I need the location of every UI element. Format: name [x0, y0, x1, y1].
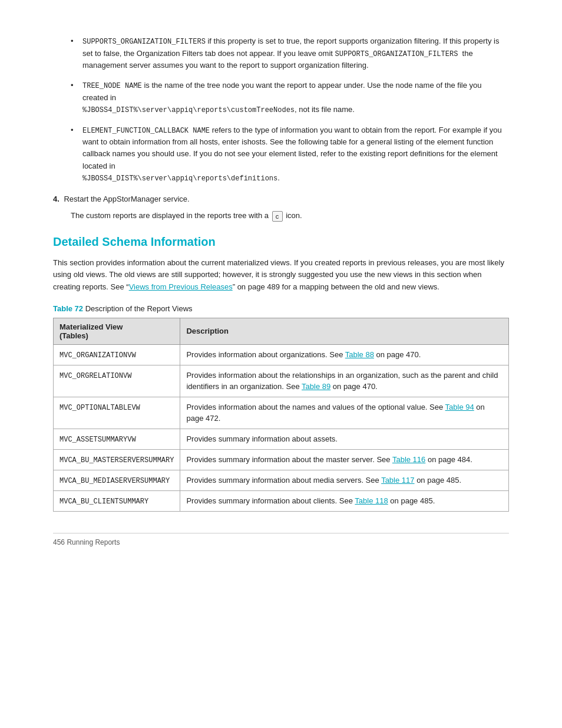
- col-header-materialized-view: Materialized View(Tables): [54, 318, 180, 344]
- bullet2-code: TREE_NODE NAME: [82, 82, 142, 90]
- table116-link[interactable]: Table 116: [392, 455, 425, 464]
- table89-link[interactable]: Table 89: [302, 382, 330, 391]
- table-caption-label: Table 72: [53, 304, 83, 313]
- cell-mvca-clientsummary: MVCA_BU_CLIENTSUMMARY: [54, 490, 180, 511]
- table94-link[interactable]: Table 94: [445, 403, 474, 411]
- cell-desc-mediaserversummary: Provides summary information about media…: [180, 470, 509, 490]
- cell-desc-orgrelationvw: Provides information about the relations…: [180, 365, 509, 397]
- bullet1-code2: SUPPORTS_ORGANIZATION_FILTERS: [335, 50, 462, 58]
- cell-mvc-orgrelationvw: MVC_ORGRELATIONVW: [54, 365, 180, 397]
- custom-report-icon: c: [272, 211, 283, 222]
- footer-page-number: 456: [53, 538, 65, 546]
- page-container: SUPPORTS_ORGANIZATION_FILTERS if this pr…: [0, 0, 562, 582]
- cell-mvc-optionaltablevw: MVC_OPTIONALTABLEVW: [54, 397, 180, 429]
- table-caption: Table 72 Description of the Report Views: [53, 304, 509, 313]
- table118-link[interactable]: Table 118: [355, 496, 388, 505]
- section-heading: Detailed Schema Information: [53, 235, 509, 249]
- table-row: MVC_OPTIONALTABLEVW Provides information…: [54, 397, 509, 429]
- list-item-1: SUPPORTS_ORGANIZATION_FILTERS if this pr…: [71, 35, 509, 71]
- step-4-text: Restart the AppStorManager service.: [64, 195, 189, 203]
- cell-mvca-mediaserversummary: MVCA_BU_MEDIASERVERSUMMARY: [54, 470, 180, 490]
- bullet-list: SUPPORTS_ORGANIZATION_FILTERS if this pr…: [53, 35, 509, 184]
- cell-mvc-organizationvw: MVC_ORGANIZATIONVW: [54, 344, 180, 365]
- cell-desc-optionaltablevw: Provides information about the names and…: [180, 397, 509, 429]
- table-row: MVCA_BU_CLIENTSUMMARY Provides summary i…: [54, 490, 509, 511]
- table-row: MVC_ASSETSUMMARYVW Provides summary info…: [54, 429, 509, 449]
- table-header-row: Materialized View(Tables) Description: [54, 318, 509, 344]
- bullet3-path: %JBOSS4_DIST%\server\appiq\reports\defin…: [82, 174, 277, 183]
- footer-section: Running Reports: [67, 538, 120, 546]
- cell-desc-masterserversummary: Provides summary information about the m…: [180, 449, 509, 470]
- step-4-indent-after: icon.: [286, 211, 302, 220]
- table117-link[interactable]: Table 117: [381, 476, 414, 485]
- step-4-indent: The custom reports are displayed in the …: [71, 210, 509, 222]
- cell-desc-assetsummaryvw: Provides summary information about asset…: [180, 429, 509, 449]
- cell-mvca-masterserversummary: MVCA_BU_MASTERSERVERSUMMARY: [54, 449, 180, 470]
- section-body: This section provides information about …: [53, 257, 509, 294]
- col-header-description: Description: [180, 318, 509, 344]
- table-row: MVCA_BU_MASTERSERVERSUMMARY Provides sum…: [54, 449, 509, 470]
- section-body2: ” on page 489 for a mapping between the …: [233, 282, 439, 291]
- table-caption-text: Description of the Report Views: [85, 304, 193, 313]
- bullet1-code1: SUPPORTS_ORGANIZATION_FILTERS: [82, 38, 206, 46]
- step-4-indent-before: The custom reports are displayed in the …: [71, 211, 271, 220]
- bullet2-text1: is the name of the tree node you want th…: [82, 81, 482, 114]
- table-row: MVC_ORGRELATIONVW Provides information a…: [54, 365, 509, 397]
- list-item-3: ELEMENT_FUNCTION_CALLBACK NAME refers to…: [71, 124, 509, 185]
- step-4-number: 4.: [53, 195, 59, 203]
- bullet2-path: %JBOSS4_DIST%\server\appiq\reports\custo…: [82, 106, 295, 114]
- table88-link[interactable]: Table 88: [345, 350, 374, 359]
- bullet3-code: ELEMENT_FUNCTION_CALLBACK NAME: [82, 127, 210, 135]
- list-item-2: TREE_NODE NAME is the name of the tree n…: [71, 80, 509, 116]
- cell-mvc-assetsummaryvw: MVC_ASSETSUMMARYVW: [54, 429, 180, 449]
- report-views-table: Materialized View(Tables) Description MV…: [53, 318, 509, 512]
- footer: 456 Running Reports: [53, 533, 509, 546]
- step-4: 4. Restart the AppStorManager service.: [53, 193, 509, 205]
- views-from-previous-releases-link[interactable]: Views from Previous Releases: [129, 282, 233, 291]
- cell-desc-organizationvw: Provides information about organizations…: [180, 344, 509, 365]
- table-row: MVCA_BU_MEDIASERVERSUMMARY Provides summ…: [54, 470, 509, 490]
- cell-desc-clientsummary: Provides summary information about clien…: [180, 490, 509, 511]
- table-row: MVC_ORGANIZATIONVW Provides information …: [54, 344, 509, 365]
